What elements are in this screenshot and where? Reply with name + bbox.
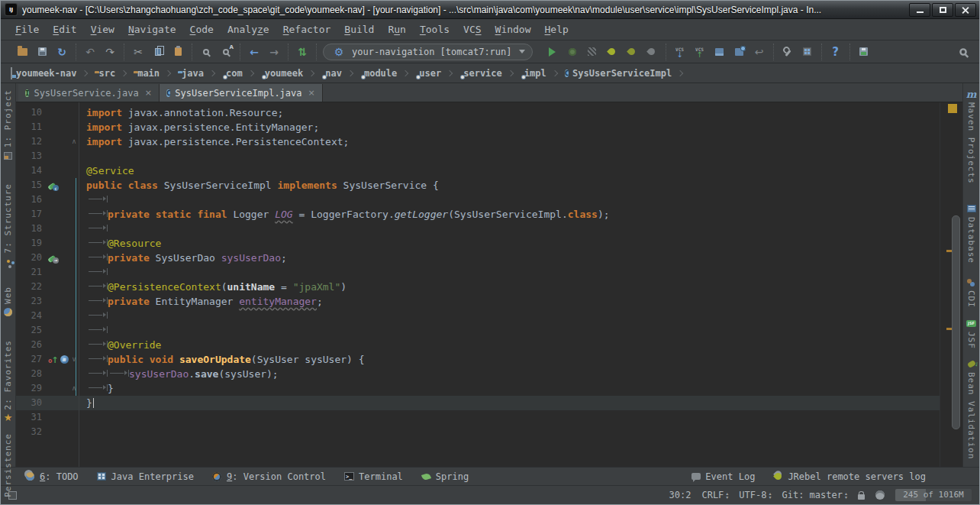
profile-icon[interactable] xyxy=(643,44,660,60)
redo-icon[interactable]: ↷ xyxy=(102,44,118,60)
sidebar-item-mavenprojects[interactable]: mMaven Projects xyxy=(966,89,976,184)
menu-item-edit[interactable]: Edit xyxy=(46,21,83,37)
menu-item-window[interactable]: Window xyxy=(488,21,538,37)
export-icon[interactable] xyxy=(856,44,872,60)
code-line[interactable]: 17private static final Logger LOG = Logg… xyxy=(16,207,940,222)
caret-position[interactable]: 30:2 xyxy=(669,490,691,500)
code-text[interactable]: @PersistenceContext(unitName = "jpaXml") xyxy=(79,280,940,294)
line-number[interactable]: 31 xyxy=(16,410,47,425)
line-number[interactable]: 11 xyxy=(16,120,47,134)
line-number[interactable]: 16 xyxy=(16,193,47,207)
code-text[interactable]: private SysUserDao sysUserDao; xyxy=(79,251,940,265)
code-line[interactable]: 30} xyxy=(16,396,940,410)
line-number[interactable]: 10 xyxy=(16,105,47,120)
sidebar-item-jsf[interactable]: JSFJSF xyxy=(966,319,976,349)
code-line[interactable]: 22@PersistenceContext(unitName = "jpaXml… xyxy=(16,280,940,294)
code-text[interactable]: } xyxy=(79,396,940,410)
bean-arrow-gutter-icon[interactable]: → xyxy=(48,251,56,265)
close-button[interactable] xyxy=(955,3,976,17)
sidebar-item-favorites[interactable]: 2: Favorites★ xyxy=(3,340,13,422)
code-line[interactable]: 25 xyxy=(16,323,940,338)
line-number[interactable]: 22 xyxy=(16,280,47,294)
breadcrumb-item-service[interactable]: service xyxy=(457,66,505,80)
code-line[interactable]: 24 xyxy=(16,309,940,323)
vcs-commit-icon[interactable]: VCS↑ xyxy=(691,44,708,60)
run-configuration-combo[interactable]: ⚙your-navigation [tomcat7:run] xyxy=(323,44,533,60)
tool-window-button-spring[interactable]: Spring xyxy=(421,471,469,482)
file-warning-marker[interactable] xyxy=(948,104,957,113)
line-number[interactable]: 13 xyxy=(16,149,47,163)
line-number[interactable]: 12 xyxy=(16,134,47,149)
hector-inspector-icon[interactable] xyxy=(875,490,885,500)
tool-window-button-versioncontrol[interactable]: 9: Version Control xyxy=(212,471,326,482)
undo-icon[interactable]: ↶ xyxy=(82,44,98,60)
menu-item-build[interactable]: Build xyxy=(337,21,381,37)
code-text[interactable]: private EntityManager entityManager; xyxy=(79,294,940,309)
menu-item-code[interactable]: Code xyxy=(183,21,221,37)
menu-item-tools[interactable]: Tools xyxy=(413,21,456,37)
fold-marker[interactable]: ∧ xyxy=(69,134,79,149)
code-line[interactable]: 28sysUserDao.save(sysUser); xyxy=(16,367,940,381)
line-number[interactable]: 29 xyxy=(16,381,47,396)
code-text[interactable]: import javax.annotation.Resource; xyxy=(79,105,940,120)
code-text[interactable]: @Resource xyxy=(79,236,940,251)
menu-item-refactor[interactable]: Refactor xyxy=(276,21,338,37)
compare-icon[interactable]: ⇅ xyxy=(294,44,311,60)
code-text[interactable]: import javax.persistence.PersistenceCont… xyxy=(79,134,940,149)
sync-icon[interactable]: ↻ xyxy=(53,44,70,60)
code-text[interactable]: public void saveOrUpdate(SysUser sysUser… xyxy=(79,352,940,367)
code-text[interactable] xyxy=(79,265,940,280)
code-line[interactable]: 31 xyxy=(16,410,940,425)
tool-window-button-todo[interactable]: 6: TODO xyxy=(25,471,79,482)
fold-marker[interactable]: ∨ xyxy=(69,352,79,367)
code-line[interactable]: 20→private SysUserDao sysUserDao; xyxy=(16,251,940,265)
scrollbar-thumb[interactable] xyxy=(952,215,960,429)
code-text[interactable] xyxy=(79,425,940,439)
rollback-icon[interactable]: ↩ xyxy=(751,44,768,60)
sidebar-item-persistence[interactable]: Persistence xyxy=(3,433,13,505)
line-number[interactable]: 14 xyxy=(16,163,47,178)
code-line[interactable]: 21 xyxy=(16,265,940,280)
shelve-icon[interactable] xyxy=(731,44,748,60)
memory-indicator[interactable]: 245 of 1016M xyxy=(895,489,972,501)
code-line[interactable]: 13 xyxy=(16,149,940,163)
code-line[interactable]: 18 xyxy=(16,222,940,236)
open-icon[interactable] xyxy=(14,44,31,60)
menu-item-navigate[interactable]: Navigate xyxy=(121,21,183,37)
code-text[interactable]: @Override xyxy=(79,338,940,352)
line-number[interactable]: 23 xyxy=(16,294,47,309)
breadcrumb-item-com[interactable]: com xyxy=(220,66,245,80)
help-icon[interactable]: ? xyxy=(827,44,844,60)
search-icon[interactable] xyxy=(955,44,972,60)
line-number[interactable]: 17 xyxy=(16,207,47,222)
line-number[interactable]: 15 xyxy=(16,178,47,193)
override-gutter-icon[interactable]: o↑ xyxy=(48,352,59,367)
code-text[interactable]: public class SysUserServiceImpl implemen… xyxy=(79,178,940,193)
git-branch-selector[interactable]: Git: master▴▾ xyxy=(782,490,848,500)
coverage-icon[interactable] xyxy=(584,44,601,60)
jrebel-run-icon[interactable] xyxy=(604,44,621,60)
tool-window-button-eventlog[interactable]: Event Log xyxy=(691,471,755,482)
code-line[interactable]: 16 xyxy=(16,193,940,207)
forward-icon[interactable]: → xyxy=(266,44,282,60)
code-line[interactable]: 26@Override xyxy=(16,338,940,352)
breadcrumb-item-youmeek[interactable]: youmeek xyxy=(259,66,306,80)
code-text[interactable]: import javax.persistence.EntityManager; xyxy=(79,120,940,134)
code-text[interactable] xyxy=(79,410,940,425)
breadcrumb-item-impl[interactable]: impl xyxy=(518,66,549,80)
settings-icon[interactable] xyxy=(779,44,796,60)
save-icon[interactable] xyxy=(34,44,50,60)
vcs-update-icon[interactable]: VCS↓ xyxy=(672,44,688,60)
code-line[interactable]: 19@Resource xyxy=(16,236,940,251)
line-number[interactable]: 20 xyxy=(16,251,47,265)
bean-c-gutter-icon[interactable]: c xyxy=(48,178,56,193)
sidebar-item-project[interactable]: 1: Project xyxy=(3,89,13,160)
jrebel-debug-icon[interactable] xyxy=(624,44,640,60)
code-line[interactable]: 11import javax.persistence.EntityManager… xyxy=(16,120,940,134)
breadcrumb-item-sysuserserviceimpl[interactable]: CSysUserServiceImpl xyxy=(563,66,674,80)
code-text[interactable]: sysUserDao.save(sysUser); xyxy=(79,367,940,381)
changes-icon[interactable] xyxy=(711,44,728,60)
back-icon[interactable]: ← xyxy=(246,44,263,60)
code-line[interactable]: 27o↑m∨public void saveOrUpdate(SysUser s… xyxy=(16,352,940,367)
sidebar-item-web[interactable]: Web xyxy=(3,286,13,317)
